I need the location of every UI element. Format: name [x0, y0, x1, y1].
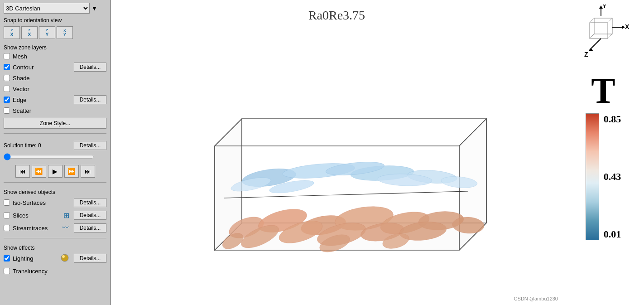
slices-icon: ⊞ — [63, 211, 69, 220]
vector-label: Vector — [13, 86, 106, 92]
orient-zx-btn[interactable]: Z X — [21, 26, 38, 39]
left-panel: 3D Cartesian 2D Cartesian Polar ▼ Snap t… — [0, 0, 111, 305]
mesh-checkbox[interactable] — [4, 53, 10, 59]
streamtraces-checkbox[interactable] — [4, 225, 10, 231]
colorbar-title: T — [591, 73, 615, 109]
contour-details-btn[interactable]: Details... — [74, 63, 106, 72]
lighting-checkbox[interactable] — [4, 255, 10, 261]
coord-dropdown-arrow: ▼ — [91, 5, 97, 12]
mesh-label: Mesh — [13, 53, 106, 60]
axis-indicator: Y X Z — [576, 5, 630, 68]
mesh-row: Mesh — [4, 51, 106, 62]
contour-label: Contour — [13, 64, 71, 71]
svg-rect-36 — [590, 23, 608, 39]
scatter-row: Scatter — [4, 105, 106, 116]
slices-details-btn[interactable]: Details... — [74, 211, 106, 220]
slider-container — [4, 154, 106, 161]
translucency-label: Translucency — [13, 268, 106, 275]
viz-container — [178, 64, 495, 264]
colorbar-max-label: 0.85 — [604, 113, 621, 125]
effects-label: Show effects — [4, 245, 106, 251]
play-play-btn[interactable]: ▶ — [48, 165, 62, 178]
streamtraces-row: Streamtraces 〰 Details... — [4, 223, 106, 233]
lighting-label: Lighting — [13, 255, 58, 262]
colorbar — [586, 113, 599, 240]
svg-line-38 — [590, 18, 594, 23]
colorbar-min-label: 0.01 — [604, 228, 621, 240]
vector-row: Vector — [4, 83, 106, 94]
play-first-btn[interactable]: ⏮ — [15, 165, 30, 178]
divider-2 — [4, 182, 106, 183]
colorbar-container: 0.85 0.43 0.01 — [586, 113, 621, 240]
lighting-row: Lighting Details... — [4, 253, 106, 264]
orient-zy-btn[interactable]: Z Y — [39, 26, 55, 39]
watermark: CSDN @ambu1230 — [514, 296, 558, 301]
translucency-row: Translucency — [4, 266, 106, 276]
svg-marker-49 — [588, 48, 593, 51]
shade-checkbox[interactable] — [4, 75, 10, 81]
divider-1 — [4, 133, 106, 134]
svg-marker-5 — [215, 119, 486, 146]
svg-point-0 — [61, 254, 68, 261]
slices-label: Slices — [13, 212, 61, 219]
solution-label: Solution time: 0 — [4, 142, 71, 149]
iso-details-btn[interactable]: Details... — [74, 198, 106, 207]
lighting-icon — [60, 253, 69, 264]
edge-checkbox[interactable] — [4, 97, 10, 103]
edge-details-btn[interactable]: Details... — [74, 95, 106, 104]
visualization — [111, 23, 562, 305]
vector-checkbox[interactable] — [4, 86, 10, 92]
colorbar-labels: 0.85 0.43 0.01 — [604, 113, 621, 240]
svg-text:X: X — [625, 23, 630, 30]
orient-buttons: Y X Z X Z Y X Y — [4, 26, 106, 39]
plot-title: Ra0Re3.75 — [111, 8, 562, 23]
svg-rect-35 — [215, 146, 459, 250]
streamtraces-icon: 〰 — [62, 224, 69, 232]
contour-checkbox[interactable] — [4, 64, 10, 70]
zone-style-btn[interactable]: Zone Style... — [4, 118, 106, 129]
shade-label: Shade — [13, 75, 106, 82]
svg-marker-46 — [622, 25, 625, 29]
viz-svg — [178, 64, 495, 259]
axis-svg: Y X Z — [576, 5, 630, 68]
derived-objects-label: Show derived objects — [4, 189, 106, 195]
iso-label: Iso-Surfaces — [13, 199, 71, 206]
iso-row: Iso-Surfaces Details... — [4, 197, 106, 208]
colorbar-mid-label: 0.43 — [604, 171, 621, 183]
orient-xy-btn[interactable]: X Y — [57, 26, 73, 39]
shade-row: Shade — [4, 73, 106, 83]
contour-row: Contour Details... — [4, 62, 106, 73]
right-panel: Y X Z T 0.85 0.43 0.01 — [562, 0, 644, 305]
main-area: Ra0Re3.75 — [111, 0, 562, 305]
svg-line-48 — [590, 39, 601, 50]
play-last-btn[interactable]: ⏭ — [81, 165, 95, 178]
svg-text:Y: Y — [602, 5, 607, 10]
coord-system-select[interactable]: 3D Cartesian 2D Cartesian Polar — [4, 3, 90, 14]
coord-system-row: 3D Cartesian 2D Cartesian Polar ▼ — [4, 3, 106, 14]
translucency-checkbox[interactable] — [4, 268, 10, 274]
svg-line-41 — [608, 34, 612, 39]
svg-line-39 — [608, 18, 612, 23]
edge-row: Edge Details... — [4, 94, 106, 105]
orient-yx-btn[interactable]: Y X — [4, 26, 20, 39]
solution-details-btn[interactable]: Details... — [74, 141, 106, 150]
lighting-details-btn[interactable]: Details... — [74, 254, 106, 263]
edge-label: Edge — [13, 97, 71, 103]
svg-text:Z: Z — [584, 51, 588, 58]
slices-checkbox[interactable] — [4, 212, 10, 218]
zone-layers-label: Show zone layers — [4, 44, 106, 51]
streamtraces-details-btn[interactable]: Details... — [74, 223, 106, 232]
iso-checkbox[interactable] — [4, 199, 10, 206]
play-prev-btn[interactable]: ⏪ — [32, 165, 46, 178]
play-next-btn[interactable]: ⏩ — [64, 165, 79, 178]
scatter-checkbox[interactable] — [4, 107, 10, 114]
scatter-label: Scatter — [13, 107, 106, 114]
svg-line-40 — [590, 34, 594, 39]
zone-layers-section: Show zone layers Mesh Contour Details...… — [4, 43, 106, 129]
solution-slider[interactable] — [4, 154, 94, 160]
slices-row: Slices ⊞ Details... — [4, 210, 106, 221]
divider-3 — [4, 238, 106, 238]
snap-label: Snap to orientation view — [4, 17, 106, 24]
streamtraces-label: Streamtraces — [13, 225, 59, 232]
colorbar-row: 0.85 0.43 0.01 — [586, 113, 621, 240]
